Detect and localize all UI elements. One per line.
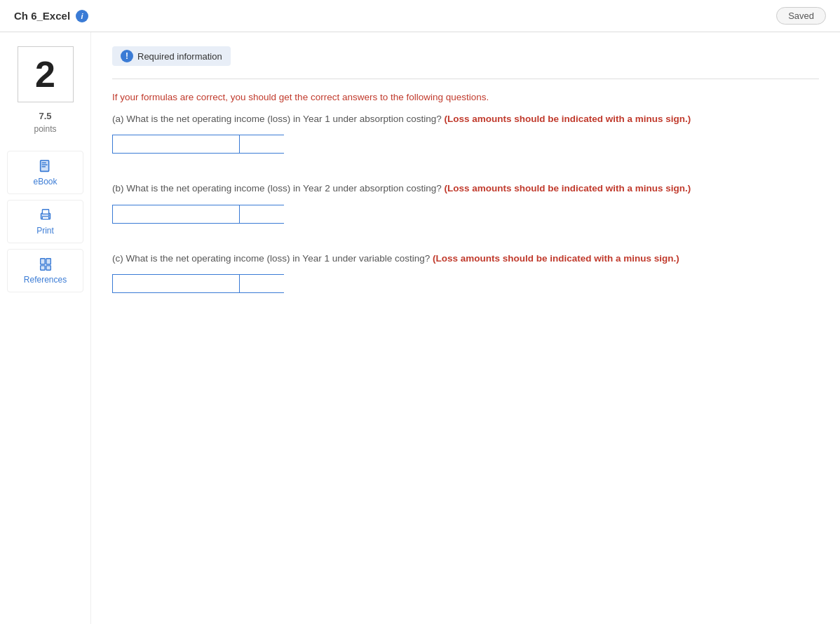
ebook-icon — [38, 158, 53, 174]
question-c-section: (c) What is the net operating income (lo… — [112, 252, 819, 293]
svg-rect-3 — [41, 166, 46, 167]
svg-rect-0 — [40, 161, 48, 172]
references-icon — [38, 257, 53, 272]
info-icon[interactable]: i — [76, 10, 88, 22]
required-info-text: Required information — [137, 51, 222, 62]
question-b-text: (b) What is the net operating income (lo… — [112, 182, 819, 196]
svg-rect-10 — [40, 266, 44, 270]
question-a-input-right[interactable] — [240, 135, 366, 153]
sidebar-actions: eBook Print Refe — [7, 151, 83, 295]
question-c-input-right[interactable] — [240, 275, 366, 292]
sidebar-item-print[interactable]: Print — [7, 200, 83, 243]
print-label: Print — [36, 226, 54, 236]
points-value: 7.5 — [39, 111, 51, 121]
question-number: 2 — [35, 53, 55, 95]
sidebar-item-references[interactable]: References — [7, 249, 83, 292]
topbar: Ch 6_Excel i Saved — [0, 0, 840, 32]
exclaim-icon: ! — [121, 50, 133, 62]
svg-rect-8 — [40, 259, 44, 264]
question-a-input-left[interactable] — [113, 135, 240, 153]
question-b-bold: (Loss amounts should be indicated with a… — [445, 183, 691, 194]
points-label: points — [34, 124, 56, 134]
sidebar-item-ebook[interactable]: eBook — [7, 151, 83, 194]
saved-button: Saved — [776, 7, 826, 25]
svg-rect-9 — [46, 259, 50, 264]
question-b-label: (b) What is the net operating income (lo… — [112, 183, 442, 194]
question-a-label: (a) What is the net operating income (lo… — [112, 114, 442, 124]
question-c-input-left[interactable] — [113, 275, 240, 292]
question-c-bold: (Loss amounts should be indicated with a… — [433, 253, 679, 264]
print-icon — [38, 208, 53, 223]
svg-rect-1 — [41, 163, 46, 163]
svg-rect-5 — [42, 210, 48, 214]
question-c-text: (c) What is the net operating income (lo… — [112, 252, 819, 266]
question-a-text: (a) What is the net operating income (lo… — [112, 112, 819, 126]
svg-rect-11 — [46, 266, 50, 270]
question-b-input-left[interactable] — [113, 205, 240, 223]
question-a-input-row — [112, 135, 284, 154]
page-title: Ch 6_Excel — [14, 10, 70, 22]
svg-point-7 — [48, 215, 49, 216]
question-b-section: (b) What is the net operating income (lo… — [112, 182, 819, 223]
question-c-label: (c) What is the net operating income (lo… — [112, 253, 430, 264]
content-area: ! Required information If your formulas … — [91, 32, 840, 624]
question-c-input-row — [112, 274, 284, 293]
topbar-title-area: Ch 6_Excel i — [14, 10, 88, 22]
ebook-label: eBook — [33, 177, 57, 186]
question-a-section: (a) What is the net operating income (lo… — [112, 112, 819, 154]
sidebar: 2 7.5 points eBook — [0, 32, 91, 624]
question-number-box: 2 — [18, 46, 74, 102]
question-a-bold: (Loss amounts should be indicated with a… — [445, 114, 691, 124]
references-label: References — [24, 275, 67, 285]
question-b-input-right[interactable] — [240, 205, 366, 223]
required-banner: ! Required information — [112, 46, 231, 66]
divider — [112, 79, 819, 79]
svg-rect-6 — [42, 217, 48, 219]
question-b-input-row — [112, 205, 284, 224]
main-layout: 2 7.5 points eBook — [0, 32, 840, 624]
svg-rect-2 — [41, 164, 47, 165]
intro-paragraph: If your formulas are correct, you should… — [112, 92, 819, 102]
